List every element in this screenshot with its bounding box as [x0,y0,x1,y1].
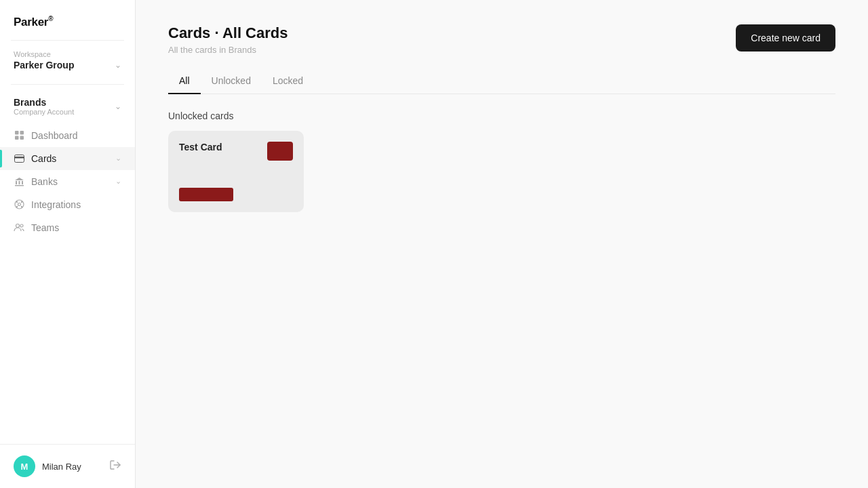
brands-info: Brands Company Account [14,97,74,116]
page-title-section: Cards · All Cards All the cards in Brand… [168,24,288,55]
workspace-selector[interactable]: Parker Group ⌄ [14,60,121,70]
app-logo: Parker® [0,0,135,40]
unlocked-cards-section-title: Unlocked cards [168,110,835,121]
svg-rect-9 [22,181,23,184]
sidebar-item-label-cards: Cards [31,153,108,164]
create-new-card-button[interactable]: Create new card [736,24,835,52]
workspace-name: Parker Group [14,60,74,70]
banks-icon [14,176,24,187]
cards-chevron-icon: ⌄ [115,154,121,163]
page-subtitle: All the cards in Brands [168,45,288,55]
tab-locked[interactable]: Locked [262,68,314,94]
svg-rect-1 [20,131,24,135]
teams-icon [14,222,24,233]
sidebar-item-label-integrations: Integrations [31,199,121,210]
user-name: Milan Ray [42,462,81,472]
sidebar-item-label-teams: Teams [31,222,121,233]
logout-icon[interactable] [109,459,121,474]
card-item[interactable]: Test Card [168,131,304,212]
brands-name: Brands [14,97,74,108]
svg-rect-7 [16,181,17,184]
tabs: All Unlocked Locked [168,68,835,94]
sidebar-item-label-banks: Banks [31,176,108,187]
brands-sub: Company Account [14,108,74,116]
sidebar-item-cards[interactable]: Cards ⌄ [0,147,135,170]
svg-marker-6 [15,178,24,180]
tab-all[interactable]: All [168,68,201,94]
tab-unlocked[interactable]: Unlocked [201,68,262,94]
svg-point-15 [16,206,17,207]
card-name: Test Card [179,142,222,152]
card-bottom-bar [179,188,233,201]
main-body: All Unlocked Locked Unlocked cards Test … [136,68,868,488]
integrations-icon [14,199,24,210]
dashboard-icon [14,130,24,141]
svg-rect-8 [18,181,20,184]
svg-point-16 [20,206,22,207]
svg-rect-10 [15,185,24,186]
main-content: Cards · All Cards All the cards in Brand… [136,0,868,488]
main-header: Cards · All Cards All the cards in Brand… [136,0,868,68]
svg-point-14 [20,201,22,203]
svg-rect-0 [15,131,19,135]
workspace-chevron-icon: ⌄ [115,60,121,70]
user-info: M Milan Ray [14,455,81,477]
svg-point-12 [18,203,20,206]
brands-section[interactable]: Brands Company Account ⌄ [0,92,135,121]
svg-rect-5 [14,157,24,159]
svg-rect-3 [20,136,24,140]
avatar: M [14,455,35,477]
brands-chevron-icon: ⌄ [115,102,121,111]
sidebar-bottom: M Milan Ray [0,444,135,488]
svg-point-13 [16,201,17,203]
svg-rect-4 [14,155,24,162]
sidebar-item-label-dashboard: Dashboard [31,130,121,141]
page-title: Cards · All Cards [168,24,288,42]
banks-chevron-icon: ⌄ [115,177,121,186]
svg-rect-2 [15,136,19,140]
sidebar: Parker® Workspace Parker Group ⌄ Brands … [0,0,136,488]
svg-point-17 [16,224,20,228]
cards-grid: Test Card [168,131,835,212]
workspace-section[interactable]: Workspace Parker Group ⌄ [0,41,135,77]
workspace-label: Workspace [14,50,121,58]
svg-point-11 [15,200,24,209]
card-top-row: Test Card [179,142,293,161]
sidebar-item-dashboard[interactable]: Dashboard [0,124,135,147]
svg-point-18 [20,224,23,227]
nav-items: Dashboard Cards ⌄ [0,124,135,444]
cards-icon [14,153,24,164]
card-chip-icon [267,142,293,161]
divider-2 [11,84,124,85]
sidebar-item-integrations[interactable]: Integrations [0,193,135,216]
sidebar-item-banks[interactable]: Banks ⌄ [0,170,135,193]
sidebar-item-teams[interactable]: Teams [0,216,135,239]
